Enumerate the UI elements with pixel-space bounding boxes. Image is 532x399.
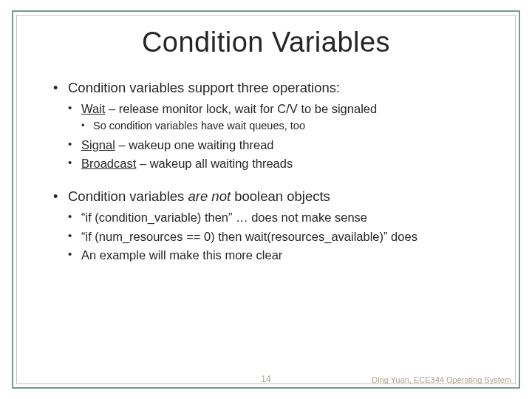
emphasis: are not	[188, 188, 231, 204]
keyword: Signal	[81, 138, 115, 151]
bullet-text: An example will make this more clear	[81, 248, 282, 262]
bullet-lvl2: “if (condition_variable) then” … does no…	[68, 209, 485, 225]
bullet-lvl2: Signal – wakeup one waiting thread	[68, 137, 485, 153]
keyword: Broadcast	[81, 157, 136, 170]
bullet-lvl2: An example will make this more clear	[68, 247, 485, 263]
bullet-lvl2: Broadcast – wakeup all waiting threads	[68, 155, 485, 171]
bullet-text: “if (condition_variable) then” … does no…	[81, 211, 367, 224]
bullet-text: – wakeup all waiting threads	[136, 157, 293, 170]
keyword: Wait	[81, 102, 105, 115]
slide-content: Condition variables support three operat…	[12, 79, 520, 263]
page-number: 14	[261, 374, 270, 384]
bullet-lvl1: Condition variables support three operat…	[53, 79, 485, 171]
bullet-lvl1: Condition variables are not boolean obje…	[53, 188, 485, 263]
slide: Condition Variables Condition variables …	[0, 0, 532, 399]
slide-title: Condition Variables	[12, 27, 520, 58]
bullet-text: Condition variables support three operat…	[68, 80, 340, 95]
bullet-text: Condition variables	[68, 188, 188, 204]
bullet-lvl2: “if (num_resources == 0) then wait(resou…	[68, 228, 485, 245]
bullet-text: – wakeup one waiting thread	[115, 138, 274, 151]
bullet-text: boolean objects	[231, 188, 330, 204]
bullet-text: “if (num_resources == 0) then wait(resou…	[81, 230, 417, 243]
footer-attribution: Ding Yuan, ECE344 Operating System	[372, 375, 511, 384]
bullet-text: So condition variables have wait queues,…	[93, 120, 305, 132]
bullet-lvl2: Wait – release monitor lock, wait for C/…	[68, 100, 485, 134]
bullet-text: – release monitor lock, wait for C/V to …	[105, 102, 377, 115]
bullet-lvl3: So condition variables have wait queues,…	[81, 119, 485, 134]
